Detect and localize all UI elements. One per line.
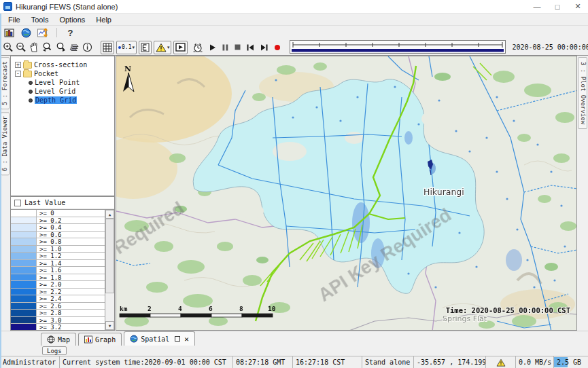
tab-plot-overview[interactable]: 3 : Plot Overview: [578, 57, 587, 129]
menu-options[interactable]: Options: [54, 16, 90, 24]
status-warning-cell[interactable]: [486, 356, 516, 368]
zoom-next-icon[interactable]: [55, 41, 67, 54]
scrollbar-track[interactable]: [105, 219, 114, 321]
zoom-previous-icon[interactable]: [41, 41, 53, 54]
step-last-icon[interactable]: [260, 41, 268, 54]
close-icon[interactable]: ✕: [568, 0, 588, 13]
threshold-value-button[interactable]: 0.1 ▾: [116, 41, 137, 54]
tab-close-icon[interactable]: ✕: [184, 335, 189, 344]
expander-icon[interactable]: +: [15, 62, 21, 68]
legend-row-label: >= 0: [37, 210, 105, 217]
stop-icon[interactable]: [235, 41, 241, 54]
timeline-slider[interactable]: [290, 40, 506, 55]
value-dot-icon: [118, 46, 121, 49]
menu-help[interactable]: Help: [90, 16, 117, 24]
tree-node-depth-grid[interactable]: Depth Grid: [11, 96, 114, 105]
memory-label: 2.5 GB: [557, 358, 581, 366]
legend-row[interactable]: >= 2.4: [11, 295, 105, 303]
grid-display-button[interactable]: [101, 41, 114, 54]
legend-color-swatch: [11, 246, 37, 253]
logs-button[interactable]: Logs: [42, 346, 67, 355]
svg-text:km: km: [120, 305, 128, 312]
expander-icon[interactable]: -: [15, 71, 21, 77]
legend-row[interactable]: >= 3.0: [11, 317, 105, 325]
step-first-icon[interactable]: [247, 41, 254, 54]
help-icon[interactable]: ?: [65, 28, 76, 38]
legend-row[interactable]: >= 2.6: [11, 303, 105, 310]
menu-file[interactable]: File: [3, 16, 26, 24]
legend-row-label: >= 0.4: [37, 224, 105, 231]
legend-toggle-button[interactable]: [139, 41, 152, 54]
tree-node-pocket[interactable]: - Pocket: [11, 69, 114, 78]
record-icon[interactable]: [274, 41, 281, 54]
legend-row[interactable]: >= 0: [11, 210, 105, 217]
legend-row[interactable]: >= 0.2: [11, 217, 105, 225]
time-control-icon[interactable]: [192, 41, 203, 54]
spatial-display-icon[interactable]: [20, 28, 32, 38]
maximize-icon[interactable]: □: [547, 0, 568, 13]
legend-row[interactable]: >= 2.2: [11, 289, 105, 296]
legend-row[interactable]: >= 3.2: [11, 324, 105, 330]
pan-hand-icon[interactable]: [29, 41, 39, 54]
tab-spatial[interactable]: Spatial ✕: [124, 331, 195, 346]
tab-map-label: Map: [58, 336, 70, 344]
tree-node-level-grid[interactable]: Level Grid: [11, 87, 114, 96]
legend-color-swatch: [11, 295, 37, 302]
legend-row[interactable]: >= 1.2: [11, 253, 105, 260]
tree-node-label-selected[interactable]: Depth Grid: [35, 96, 77, 104]
legend-row[interactable]: >= 0.6: [11, 232, 105, 239]
scrollbar-thumb[interactable]: [105, 219, 114, 293]
chevron-down-icon[interactable]: ▾: [167, 45, 170, 50]
legend-row[interactable]: >= 1.6: [11, 267, 105, 274]
chevron-down-icon[interactable]: ▾: [132, 45, 135, 50]
map-viewport[interactable]: API Key Required API Key Required Hikura…: [116, 56, 577, 331]
legend-color-swatch: [11, 217, 37, 224]
pause-icon[interactable]: [222, 41, 228, 54]
tree-node-label[interactable]: Level Grid: [35, 88, 75, 95]
info-icon[interactable]: [82, 41, 92, 54]
legend-color-swatch: [11, 260, 37, 267]
menu-tools[interactable]: Tools: [26, 16, 54, 24]
legend-scrollbar[interactable]: ▲ ▼: [105, 210, 114, 330]
legend-row[interactable]: >= 1.4: [11, 260, 105, 268]
tab-maximize-icon[interactable]: [175, 336, 180, 342]
last-value-checkbox[interactable]: [14, 200, 21, 206]
legend-row[interactable]: >= 1.8: [11, 274, 105, 282]
layers-icon[interactable]: [69, 41, 80, 54]
legend-color-swatch: [11, 281, 37, 288]
animation-button[interactable]: [173, 41, 188, 54]
tab-forecast[interactable]: 5 : Forecast: [1, 57, 10, 109]
legend-color-swatch: [11, 303, 37, 310]
titlebar: Hikurangi FEWS (Stand alone) — □ ✕: [0, 0, 588, 14]
tree-node-label[interactable]: Level Point: [35, 79, 80, 86]
zoom-out-icon[interactable]: [16, 41, 27, 54]
legend-color-swatch: [11, 267, 37, 274]
play-icon[interactable]: [209, 41, 216, 54]
tab-data-viewer[interactable]: 6 : Data Viewer: [1, 112, 10, 175]
tree-node-label[interactable]: Cross-section: [34, 61, 87, 69]
warning-levels-button[interactable]: ▾: [154, 41, 172, 54]
scroll-up-icon[interactable]: ▲: [105, 210, 114, 219]
map-canvas[interactable]: API Key Required API Key Required Hikura…: [116, 56, 577, 331]
database-display-icon[interactable]: [3, 28, 15, 38]
timeseries-dialog-icon[interactable]: [37, 28, 49, 38]
map-label-place: Springs Flat: [443, 314, 487, 323]
tree-node-label[interactable]: Pocket: [34, 70, 58, 77]
legend-row[interactable]: >= 2.0: [11, 281, 105, 289]
svg-text:6: 6: [209, 305, 213, 312]
legend-row[interactable]: >= 2.8: [11, 310, 105, 317]
legend-row[interactable]: >= 0.4: [11, 224, 105, 232]
zoom-in-icon[interactable]: [3, 41, 14, 54]
minimize-icon[interactable]: —: [527, 0, 547, 13]
legend-row[interactable]: >= 1.0: [11, 246, 105, 253]
legend-row-label: >= 2.0: [37, 281, 105, 288]
legend-color-swatch: [11, 224, 37, 231]
tree-node-level-point[interactable]: Level Point: [11, 78, 114, 87]
scroll-down-icon[interactable]: ▼: [105, 321, 114, 330]
tab-map[interactable]: Map: [41, 333, 76, 346]
app-window: Hikurangi FEWS (Stand alone) — □ ✕ File …: [0, 0, 588, 368]
tree-node-cross-section[interactable]: + Cross-section: [11, 60, 114, 69]
legend-row-label: >= 1.0: [37, 246, 105, 253]
tab-graph[interactable]: Graph: [78, 333, 122, 346]
legend-row[interactable]: >= 0.8: [11, 238, 105, 246]
